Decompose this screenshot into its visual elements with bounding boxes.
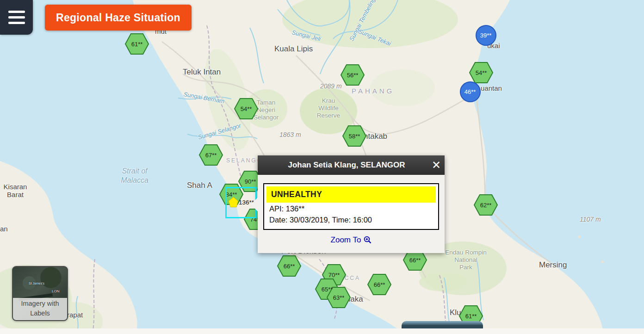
api-marker[interactable]: 58**	[342, 125, 366, 147]
magnifier-plus-icon	[364, 236, 372, 244]
api-marker[interactable]: 67**	[199, 144, 223, 166]
attribution-strip	[0, 328, 644, 334]
popup-callout-tail	[251, 198, 258, 211]
popup-body: UNHEALTHY API: 136** Date: 30/03/2019, T…	[258, 175, 445, 253]
api-marker[interactable]: 54**	[469, 62, 493, 83]
marker-value: 54**	[241, 105, 252, 112]
app-title-banner[interactable]: Regional Haze Situation	[45, 5, 192, 31]
marker-value: 46**	[464, 88, 476, 95]
marker-value: 61**	[131, 41, 143, 48]
date-time-line: Date: 30/03/2019, Time: 16:00	[266, 214, 436, 225]
api-marker[interactable]: 54**	[234, 98, 258, 119]
marker-value: 66**	[409, 257, 421, 264]
marker-value: 62**	[480, 202, 492, 209]
api-marker[interactable]: 61**	[125, 33, 149, 55]
basemap-toggle-button[interactable]: St James's LON Imagery with Labels	[12, 266, 68, 321]
app-title: Regional Haze Situation	[56, 12, 180, 24]
selected-api-marker[interactable]: 136**	[228, 188, 254, 216]
pentagon-marker-icon	[228, 188, 239, 216]
popup-header: Johan Setia Klang, SELANGOR ✕	[258, 155, 445, 175]
api-marker[interactable]: 66**	[277, 255, 301, 277]
marker-value: 54**	[476, 69, 487, 76]
api-info-box: UNHEALTHY API: 136** Date: 30/03/2019, T…	[263, 183, 439, 230]
status-badge: UNHEALTHY	[266, 186, 436, 203]
api-marker[interactable]: 56**	[341, 64, 365, 86]
marker-value: 39**	[480, 32, 492, 39]
zoom-to-link[interactable]: Zoom To	[263, 230, 439, 249]
marker-value: 58**	[349, 133, 360, 140]
marker-value: 66**	[284, 263, 295, 270]
marker-value: 56**	[347, 72, 359, 79]
marker-value: 90**	[245, 178, 256, 185]
marker-value: 65**	[322, 286, 333, 293]
thumbnail-label: LON	[52, 289, 59, 293]
marker-value: 61**	[465, 313, 477, 320]
api-marker[interactable]: 62**	[474, 194, 498, 216]
api-value-line: API: 136**	[266, 203, 436, 214]
marker-value: 63**	[333, 294, 345, 301]
popup-title: Johan Setia Klang, SELANGOR	[258, 161, 428, 170]
marker-value: 66**	[374, 281, 385, 288]
marker-value: 67**	[205, 152, 217, 159]
zoom-to-label: Zoom To	[331, 235, 361, 245]
menu-button[interactable]	[0, 0, 33, 35]
map-canvas[interactable]: mutKuala LipisTeluk IntanSungai JeliSung…	[0, 0, 644, 334]
api-marker[interactable]: 46**	[459, 81, 481, 103]
marker-value: 70**	[328, 272, 340, 278]
api-marker[interactable]: 66**	[367, 274, 391, 295]
basemap-toggle-label: Imagery with Labels	[13, 298, 67, 320]
station-popup: Johan Setia Klang, SELANGOR ✕ UNHEALTHY …	[258, 155, 445, 253]
thumbnail-label: St James's	[29, 282, 44, 285]
api-marker[interactable]: 39**	[475, 25, 497, 46]
close-icon[interactable]: ✕	[428, 155, 445, 175]
